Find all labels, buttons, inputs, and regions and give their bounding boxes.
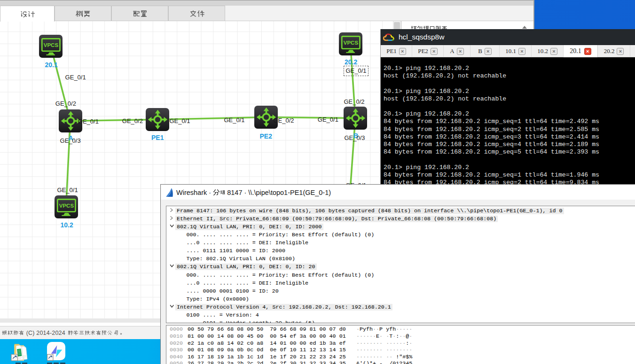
svg-text:VPCS: VPCS [343, 40, 358, 46]
svg-text:VPCS: VPCS [59, 203, 74, 209]
svg-text:VPCS: VPCS [44, 42, 59, 48]
